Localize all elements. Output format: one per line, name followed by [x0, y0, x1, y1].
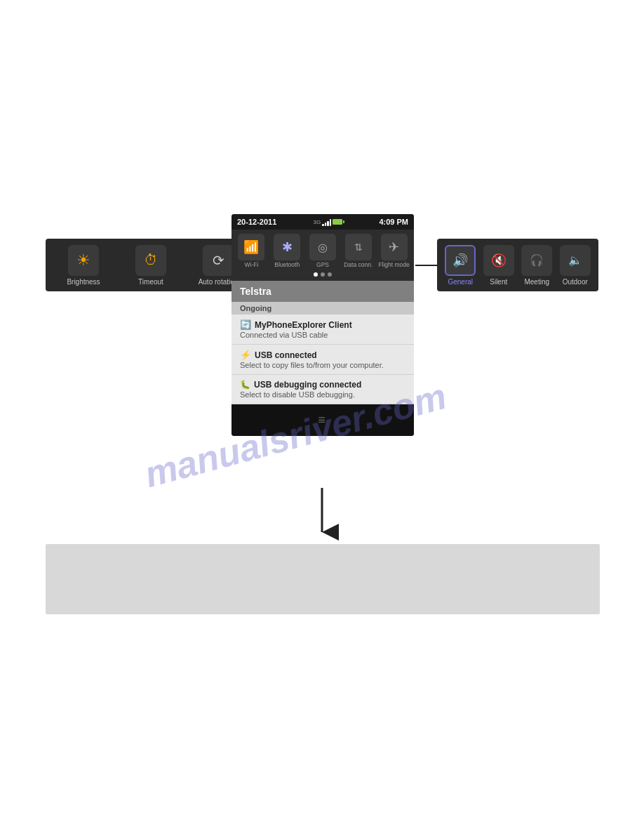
timeout-icon: ⏱	[144, 252, 158, 268]
gps-icon: ◎	[318, 241, 328, 254]
silent-profile-label: Silent	[490, 278, 507, 286]
general-profile-label: General	[448, 278, 473, 286]
notif-usb-connected-subtitle: Select to copy files to/from your comput…	[240, 361, 405, 369]
meeting-profile-label: Meeting	[524, 278, 549, 286]
notif-myphoneexplorer-title: 🔄 MyPhoneExplorer Client	[240, 319, 405, 330]
wifi-toggle-label: Wi-Fi	[244, 262, 258, 268]
profile-meeting[interactable]: 🎧 Meeting	[518, 245, 555, 286]
page-dots-indicator	[232, 270, 414, 281]
signal-bars-icon	[322, 218, 331, 226]
ongoing-section-label: Ongoing	[232, 302, 414, 315]
gps-toggle-label: GPS	[316, 262, 329, 268]
toggle-bluetooth[interactable]: ✱ Bluetooth	[270, 234, 304, 268]
outdoor-icon: 🔈	[568, 253, 582, 267]
outdoor-icon-box: 🔈	[560, 245, 591, 276]
data-conn-icon-box: ⇅	[345, 234, 372, 260]
notification-usb-debugging[interactable]: 🐛 USB debugging connected Select to disa…	[232, 375, 414, 404]
notif-usb-debugging-subtitle: Select to disable USB debugging.	[240, 390, 405, 399]
sync-icon: 🔄	[240, 319, 251, 330]
bluetooth-icon: ✱	[282, 239, 293, 255]
status-icons: 3G	[314, 218, 343, 226]
menu-icon: ≡	[318, 413, 328, 428]
carrier-header: Telstra	[232, 281, 414, 302]
brightness-icon-box: ☀	[68, 245, 99, 276]
phone-status-bar: 20-12-2011 3G 4:09 PM	[232, 214, 414, 230]
meeting-icon: 🎧	[530, 253, 544, 267]
usb-icon: ⚡	[240, 350, 251, 360]
profile-silent[interactable]: 🔇 Silent	[481, 245, 517, 286]
status-date: 20-12-2011	[237, 218, 276, 226]
meeting-icon-box: 🎧	[521, 245, 552, 276]
timeout-icon-box: ⏱	[135, 245, 166, 276]
phone-bottom-bar: ≡	[232, 404, 414, 436]
toggle-flight-mode[interactable]: ✈ Flight mode	[377, 234, 411, 268]
notif-usb-connected-title: ⚡ USB connected	[240, 350, 405, 360]
bottom-content-box	[46, 544, 600, 614]
bluetooth-icon-box: ✱	[274, 234, 300, 260]
toggle-gps[interactable]: ◎ GPS	[306, 234, 340, 268]
flight-mode-icon-box: ✈	[381, 234, 408, 260]
carrier-name: Telstra	[240, 286, 271, 297]
profile-general[interactable]: 🔊 General	[442, 245, 478, 286]
left-quick-settings-bar: ☀ Brightness ⏱ Timeout ⟳ Auto rotation	[46, 239, 256, 291]
flight-mode-toggle-label: Flight mode	[378, 262, 409, 268]
timeout-item[interactable]: ⏱ Timeout	[123, 245, 179, 286]
wifi-icon: 📶	[243, 239, 259, 255]
outdoor-profile-label: Outdoor	[563, 278, 588, 286]
data-conn-toggle-label: Data conn.	[344, 262, 373, 268]
general-icon-box: 🔊	[445, 245, 476, 276]
notification-myphoneexplorer[interactable]: 🔄 MyPhoneExplorer Client Connected via U…	[232, 315, 414, 345]
battery-icon	[333, 219, 342, 225]
autorotation-icon: ⟳	[213, 252, 224, 269]
3g-icon: 3G	[314, 219, 321, 225]
autorotation-icon-box: ⟳	[203, 245, 234, 276]
notification-usb-connected[interactable]: ⚡ USB connected Select to copy files to/…	[232, 345, 414, 375]
status-time: 4:09 PM	[379, 218, 408, 226]
data-conn-icon: ⇅	[354, 241, 363, 253]
notif-usb-debugging-title: 🐛 USB debugging connected	[240, 380, 405, 390]
right-profile-bar: 🔊 General 🔇 Silent 🎧 Meeting 🔈 Outdoor	[437, 239, 598, 291]
timeout-label: Timeout	[138, 278, 163, 286]
general-sound-icon: 🔊	[452, 253, 468, 268]
silent-icon-box: 🔇	[483, 245, 514, 276]
notif-myphoneexplorer-subtitle: Connected via USB cable	[240, 331, 405, 339]
flight-mode-icon: ✈	[389, 239, 399, 255]
toggle-wifi[interactable]: 📶 Wi-Fi	[234, 234, 269, 268]
gps-icon-box: ◎	[309, 234, 336, 260]
phone-mockup: 20-12-2011 3G 4:09 PM 📶 Wi-Fi ✱	[232, 214, 414, 436]
brightness-icon: ☀	[76, 251, 90, 270]
bug-icon: 🐛	[240, 380, 250, 390]
dot-2	[321, 272, 325, 277]
quick-toggles-row: 📶 Wi-Fi ✱ Bluetooth ◎ GPS ⇅ Data conn. ✈	[232, 230, 414, 270]
brightness-label: Brightness	[67, 278, 100, 286]
dot-3	[328, 272, 332, 277]
brightness-item[interactable]: ☀ Brightness	[55, 245, 112, 286]
profile-outdoor[interactable]: 🔈 Outdoor	[557, 245, 593, 286]
bluetooth-toggle-label: Bluetooth	[274, 262, 300, 268]
silent-icon: 🔇	[491, 253, 507, 268]
wifi-icon-box: 📶	[238, 234, 264, 260]
dot-1	[314, 272, 318, 277]
toggle-data-conn[interactable]: ⇅ Data conn.	[341, 234, 375, 268]
